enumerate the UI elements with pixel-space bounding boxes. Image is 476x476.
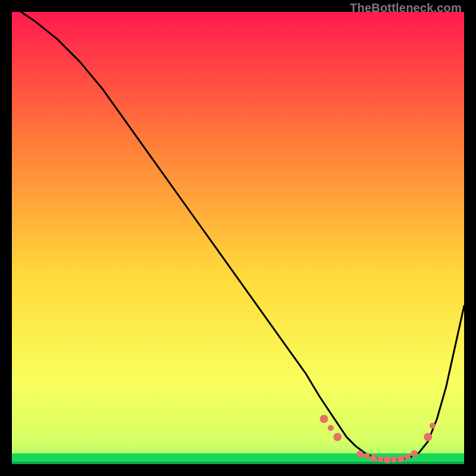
highlight-dot bbox=[397, 455, 405, 462]
highlight-dot bbox=[384, 456, 391, 463]
highlight-dot bbox=[320, 415, 328, 423]
highlight-dot bbox=[391, 456, 397, 462]
highlight-dot bbox=[364, 453, 370, 459]
highlight-dot bbox=[430, 422, 436, 428]
highlight-dot bbox=[377, 456, 383, 462]
bottleneck-chart bbox=[12, 12, 464, 464]
highlight-dot bbox=[328, 425, 334, 431]
highlight-dot bbox=[356, 450, 364, 458]
highlight-dot bbox=[424, 433, 432, 441]
highlight-dot bbox=[411, 450, 418, 458]
green-bottom-line bbox=[12, 462, 464, 464]
highlight-dot bbox=[333, 433, 342, 441]
highlight-dot bbox=[370, 455, 377, 462]
chart-frame bbox=[12, 12, 464, 464]
watermark-text: TheBottleneck.com bbox=[350, 1, 462, 15]
highlight-dot bbox=[405, 454, 411, 460]
gradient-background bbox=[12, 12, 464, 464]
